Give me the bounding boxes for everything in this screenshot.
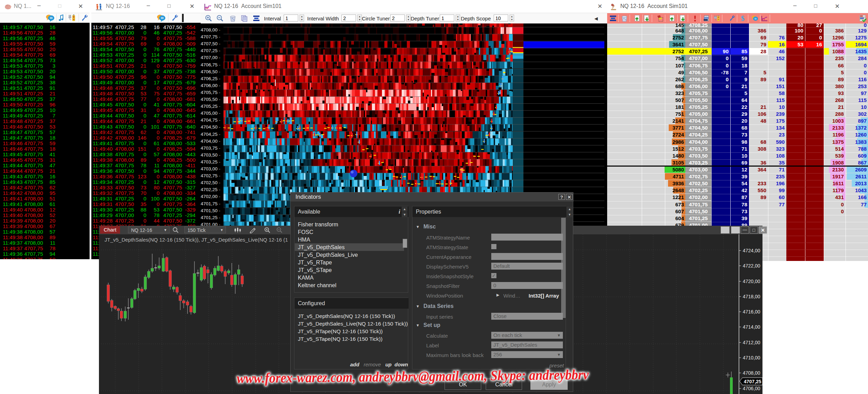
- svg-text:4712,00: 4712,00: [743, 340, 760, 345]
- svg-text:4720,00: 4720,00: [743, 279, 760, 284]
- svg-text:4714,00: 4714,00: [743, 324, 760, 330]
- svg-text:$: $: [741, 15, 744, 22]
- svg-text:4706,00: 4706,00: [743, 386, 760, 391]
- svg-text:4722,00: 4722,00: [743, 263, 760, 269]
- svg-text:4710,00: 4710,00: [743, 355, 760, 360]
- svg-text:4708,00: 4708,00: [743, 370, 760, 376]
- svg-text:4716,00: 4716,00: [743, 309, 760, 315]
- svg-text:4724,00: 4724,00: [743, 248, 760, 253]
- svg-text:4707,25: 4707,25: [744, 379, 761, 384]
- svg-text:4718,00: 4718,00: [743, 294, 760, 299]
